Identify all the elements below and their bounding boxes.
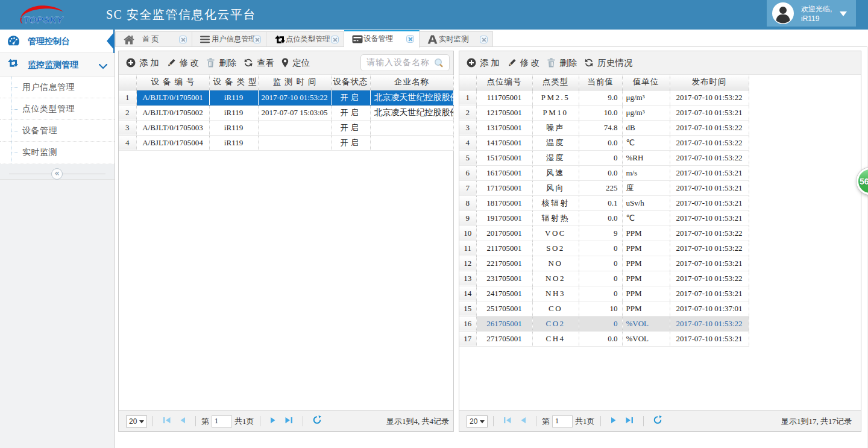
page-last-icon[interactable]	[625, 417, 634, 426]
table-cell: 开启	[331, 135, 370, 150]
row-number-cell: 5	[459, 150, 476, 165]
column-header[interactable]: 设备类型	[209, 75, 258, 90]
table-row[interactable]: 6161705001风速0.0m/s2017-07-10 01:53:21	[459, 165, 749, 180]
point-button-0[interactable]: 添 加	[467, 56, 500, 69]
row-number-cell: 4	[459, 135, 476, 150]
table-row[interactable]: 15251705001CO10PPM2017-07-10 01:37:01	[459, 301, 749, 316]
sidebar-item-1[interactable]: 点位类型管理	[0, 98, 115, 120]
reload-icon[interactable]	[313, 415, 321, 427]
table-cell: 风向	[532, 180, 579, 195]
point-button-1[interactable]: 修 改	[507, 56, 540, 69]
table-row[interactable]: 4141705001温度0.0℃2017-07-10 01:53:22	[459, 135, 749, 150]
device-button-4[interactable]: 定位	[281, 56, 310, 69]
table-cell: 2017-07-10 01:53:21	[670, 195, 749, 210]
table-row[interactable]: 3A/BJLT/0/1705003iR119开启	[119, 120, 453, 135]
sidebar-item-0[interactable]: 用户信息管理	[0, 77, 115, 98]
page-number-input[interactable]	[552, 415, 573, 427]
page-next-icon[interactable]	[270, 417, 276, 426]
tab-2[interactable]: 点位类型管理	[266, 31, 344, 47]
table-row[interactable]: 16261705001CO20%VOL2017-07-10 01:53:22	[459, 316, 749, 331]
reload-icon[interactable]	[653, 415, 662, 427]
sidebar-item-2[interactable]: 设备管理	[0, 120, 115, 142]
edit-icon	[166, 58, 180, 68]
device-button-0[interactable]: 添 加	[126, 56, 159, 69]
tab-label: 实时监测	[439, 32, 468, 47]
column-header[interactable]: 值单位	[622, 75, 670, 90]
tab-4[interactable]: 实时监测	[420, 31, 493, 47]
table-row[interactable]: 1111705001PM2.59.0μg/m³2017-07-10 01:53:…	[459, 90, 749, 105]
monitor-icon	[427, 35, 438, 45]
table-cell: 111705001	[476, 90, 532, 105]
search-icon[interactable]	[434, 58, 444, 68]
device-button-3[interactable]: 查看	[244, 56, 274, 69]
tab-close-icon[interactable]	[406, 35, 414, 43]
table-row[interactable]: 9191705001辐射热0.0℃2017-07-10 01:53:21	[459, 210, 749, 226]
tree-connector	[11, 87, 18, 88]
sidebar-group-monitoring[interactable]: 监控监测管理	[0, 53, 115, 77]
tab-close-icon[interactable]	[179, 36, 187, 43]
column-header[interactable]: 企业名称	[370, 75, 453, 90]
page-number-input[interactable]	[212, 415, 232, 427]
table-row[interactable]: 8181705001核辐射0.1uSv/h2017-07-10 01:53:21	[459, 195, 749, 210]
page-size-select[interactable]: 20	[126, 415, 147, 427]
tab-close-icon[interactable]	[253, 36, 261, 43]
page-prev-icon[interactable]	[180, 417, 186, 426]
pager-info: 显示1到17, 共17记录	[781, 411, 852, 432]
point-button-3[interactable]: 历史情况	[584, 56, 632, 69]
tab-3[interactable]: 设备管理	[344, 30, 420, 48]
table-row[interactable]: 11211705001SO20PPM2017-07-10 01:53:22	[459, 241, 749, 256]
table-cell: VOC	[532, 226, 579, 241]
table-row[interactable]: 3131705001噪声74.8dB2017-07-10 01:53:22	[459, 120, 749, 135]
table-row[interactable]: 1A/BJLT/0/1705001iR1192017-07-10 01:53:2…	[119, 90, 453, 105]
menu-icon	[200, 35, 211, 45]
page-size-select[interactable]: 20	[467, 415, 488, 427]
table-cell: 2017-07-10 01:53:22	[670, 135, 749, 150]
tab-close-icon[interactable]	[480, 36, 488, 43]
table-cell: 0.1	[579, 195, 622, 210]
toolbar-button-label: 修 改	[180, 58, 200, 68]
page-next-icon[interactable]	[611, 417, 617, 426]
table-row[interactable]: 17271705001CH40.0%VOL2017-07-10 01:53:21	[459, 331, 749, 346]
collapse-sidebar-button[interactable]: «	[51, 168, 63, 180]
point-button-2[interactable]: 删除	[547, 56, 577, 69]
row-number-cell: 9	[459, 210, 476, 226]
caret-down-icon	[480, 420, 485, 423]
tab-1[interactable]: 用户信息管理	[192, 31, 266, 47]
table-row[interactable]: 2121705001PM1010.0μg/m³2017-07-10 01:53:…	[459, 105, 749, 120]
sidebar-item-3[interactable]: 实时监测	[0, 142, 115, 163]
column-header[interactable]: 点位编号	[476, 75, 532, 90]
column-header[interactable]: 设备编号	[136, 75, 209, 90]
column-header[interactable]: 发布时间	[670, 75, 749, 90]
table-cell: A/BJLT/0/1705001	[136, 90, 209, 105]
toolbar-button-label: 添 加	[139, 58, 159, 68]
tree-connector	[11, 109, 18, 110]
page-prev-icon[interactable]	[520, 417, 526, 426]
search-input[interactable]	[366, 55, 434, 70]
table-cell: ℃	[622, 210, 670, 226]
table-row[interactable]: 12221705001NO0PPM2017-07-10 01:53:21	[459, 256, 749, 271]
row-number-cell: 3	[119, 120, 136, 135]
table-row[interactable]: 7171705001风向225度2017-07-10 01:53:21	[459, 180, 749, 195]
table-row[interactable]: 5151705001湿度0%RH2017-07-10 01:53:22	[459, 150, 749, 165]
table-row[interactable]: 13231705001NO20PPM2017-07-10 01:53:22	[459, 271, 749, 286]
tab-0[interactable]: 首 页	[115, 31, 192, 47]
table-row[interactable]: 4A/BJLT/0/1705004iR119开启	[119, 135, 453, 150]
table-row[interactable]: 14241705001NH30PPM2017-07-10 01:53:21	[459, 286, 749, 301]
home-icon	[124, 35, 134, 45]
table-row[interactable]: 10201705001VOC9PPM2017-07-10 01:53:22	[459, 226, 749, 241]
page-last-icon[interactable]	[285, 417, 293, 426]
tab-close-icon[interactable]	[331, 36, 339, 43]
user-menu[interactable]: 欢迎光临, iR119	[767, 0, 856, 27]
sidebar-group-dashboard[interactable]: 管理控制台	[0, 30, 115, 53]
device-button-1[interactable]: 修 改	[166, 56, 200, 69]
column-header[interactable]: 点类型	[532, 75, 579, 90]
row-number-cell: 3	[459, 120, 476, 135]
device-button-2[interactable]: 删除	[206, 56, 236, 69]
page-first-icon[interactable]	[163, 417, 171, 426]
column-header[interactable]: 监测时间	[258, 75, 331, 90]
column-header[interactable]: 设备状态	[331, 75, 370, 90]
table-row[interactable]: 2A/BJLT/0/1705002iR1192017-07-07 15:03:0…	[119, 105, 453, 120]
column-header[interactable]: 当前值	[579, 75, 622, 90]
table-cell: A/BJLT/0/1705004	[136, 135, 209, 150]
page-first-icon[interactable]	[503, 417, 512, 426]
